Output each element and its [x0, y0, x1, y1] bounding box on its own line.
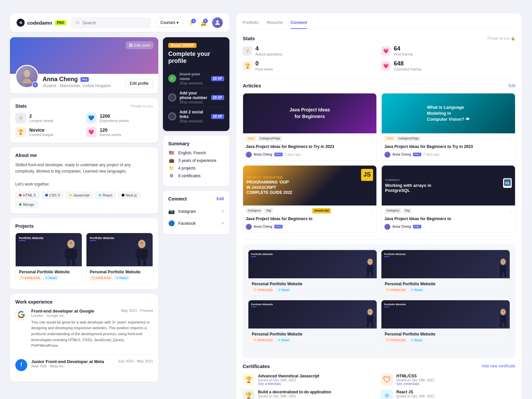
complete-item-3: Add 2 social links 20xp received. 20 XP: [168, 107, 224, 126]
stat-comment-karma: 💗 648 Comment Karma: [381, 60, 515, 71]
article-dots-4[interactable]: ···: [508, 208, 512, 213]
article-tags-row-1: Java Category/Tags ···: [243, 133, 376, 143]
project-card-2[interactable]: Portfolio Website: [86, 233, 153, 284]
svg-rect-12: [137, 249, 147, 259]
user-pro-badge: Pro: [80, 77, 89, 82]
article-tag-tag-4: Tag: [403, 208, 412, 213]
cert-react-link[interactable]: See credentials: [396, 398, 434, 399]
search-input[interactable]: [82, 20, 146, 25]
tab-portfolio[interactable]: Portfolio: [243, 20, 259, 29]
articles-header: Articles Edit: [243, 83, 515, 88]
project-right-4[interactable]: Portfolio Website Perso: [381, 300, 510, 346]
certificates-grid: 🏆 Advanced theoretical Javascript Issued…: [243, 374, 515, 399]
star-icon: 💙: [86, 113, 96, 123]
article-title-3: Java Project Ideas for Beginners to: [243, 215, 376, 224]
user-avatar-nav[interactable]: [212, 17, 223, 28]
projects-right-section: Portfolio Website Perso: [243, 244, 515, 358]
logo-icon: ⚙: [17, 19, 25, 27]
xp-badge-3: 20 XP: [211, 114, 224, 119]
svg-point-3: [24, 70, 30, 77]
svg-point-35: [500, 309, 506, 315]
article-tag-cat-1: Category/Tags: [258, 136, 282, 141]
project-right-info-3: Personal Portfolio Website 🛡 HTML/CSS ⚛ …: [248, 329, 377, 346]
article-thumb-4: Codedamn Working with arrays inPostgreSQ…: [382, 166, 515, 205]
article-date-2: 7 days ago: [423, 153, 440, 156]
article-author-badge-1: PRO: [274, 153, 283, 156]
skills-tags: HTML 5 CSS 3 Javascript React Next.js Mo…: [15, 192, 153, 208]
edit-cover-button[interactable]: 🖼 Edit cover: [126, 41, 154, 49]
project-right-2[interactable]: Portfolio Website Perso: [381, 250, 510, 296]
project-name-1: Personal Portfolio Website: [19, 270, 78, 274]
streak-badge: 5: [32, 81, 39, 88]
tag-htmlcss-2: 🛡 HTML/CSS: [90, 276, 113, 280]
stat-asked-q: ⚡ 4 Asked questions: [243, 45, 377, 56]
svg-point-0: [76, 21, 79, 24]
article-dots-3[interactable]: ···: [370, 208, 374, 213]
courses-button[interactable]: Courses ▾: [156, 18, 183, 27]
article-dots-2[interactable]: ···: [508, 136, 512, 141]
add-certificate-link[interactable]: Add new certificate: [482, 364, 515, 368]
projects-grid: Portfolio Website: [15, 233, 153, 284]
flag-icon: 🇺🇸: [168, 150, 175, 155]
connect-facebook[interactable]: 🔵 Facebook ↗: [168, 217, 224, 229]
svg-rect-26: [500, 265, 507, 272]
connect-edit-link[interactable]: Edit: [216, 197, 224, 201]
project-right-1[interactable]: Portfolio Website Perso: [248, 250, 377, 296]
article-card-4[interactable]: Codedamn Working with arrays inPostgreSQ…: [381, 165, 515, 233]
article-tag-cat-4: Category: [384, 208, 401, 213]
stat-league: 🏆 Novice Current league: [15, 127, 82, 137]
user-name: Anna Cheng Pro: [43, 76, 121, 83]
article-card-2[interactable]: What is LanguageModeling inComputer Visi…: [381, 93, 515, 161]
article-meta-2: Anna Cheng PRO 7 days ago: [382, 152, 515, 160]
article-tags-row-2: Java Category/Tags ···: [382, 133, 515, 143]
project-right-info-2: Personal Portfolio Website 🛡 HTML/CSS ⚛ …: [381, 278, 510, 296]
tag-javascript: Javascript: [66, 192, 93, 199]
article-author-avatar-4: [384, 224, 390, 230]
complete-profile-card: Bonus 1000XP Complete your profile ✓ Ins…: [163, 37, 229, 131]
work-meta: f Junior Front-end Developer at Meta New…: [15, 359, 153, 371]
stat-post-views: 🏆 0 Post views: [243, 60, 377, 71]
connect-instagram[interactable]: 📷 Instagram ↗: [168, 205, 224, 217]
heart-icon-right: 💗: [381, 46, 390, 56]
tag-react: ⚛ React: [43, 276, 59, 280]
article-card-3[interactable]: OBJECT ORIENTED PROGRAMMING 'OOP' IN JAV…: [243, 165, 377, 233]
facebook-icon: 🔵: [168, 220, 175, 226]
article-dots-1[interactable]: ···: [370, 136, 374, 141]
search-box[interactable]: [71, 18, 151, 28]
folder-icon: 📁: [168, 166, 175, 171]
cert-html-link[interactable]: See credentials: [396, 382, 434, 386]
article-card-1[interactable]: Java Project Ideasfor Beginners Java Cat…: [243, 93, 377, 161]
svg-rect-31: [367, 315, 374, 323]
tag-nextjs: Next.js: [118, 192, 141, 199]
cert-js-link[interactable]: See credentials: [258, 382, 319, 386]
tab-content[interactable]: Content: [291, 20, 307, 29]
tag-react: React: [95, 192, 116, 199]
cert-app-link[interactable]: See credentials: [258, 398, 331, 399]
svg-rect-5: [66, 249, 76, 259]
tab-resume[interactable]: Resume: [267, 20, 283, 29]
article-title-1: Java Project Ideas for Beginners to Try …: [243, 143, 376, 152]
articles-edit-link[interactable]: Edit: [508, 83, 515, 88]
article-thumb-1: Java Project Ideasfor Beginners: [243, 93, 376, 133]
svg-rect-6: [65, 249, 67, 258]
js-tag: JavaScript: [312, 208, 331, 213]
project-right-3[interactable]: Portfolio Website Perso: [248, 300, 377, 346]
project-right-info-1: Personal Portfolio Website 🛡 HTML/CSS ⚛ …: [248, 278, 377, 296]
svg-rect-37: [500, 323, 502, 327]
project-person-icon-2: [133, 238, 151, 266]
js-cert-icon: 🏆: [243, 374, 255, 386]
navbar: ⚙ codedamn PRO Courses ▾ ⚡ 2 🔔 5: [10, 13, 229, 32]
trophy-icon: 🏆: [15, 127, 26, 137]
connect-section: Connect Edit 📷 Instagram ↗ 🔵 Facebook ↗: [163, 191, 229, 234]
external-link-icon-2: ↗: [221, 221, 224, 226]
cert-html: 🛡 HTML/CSS Issued on Dec 16th, 2022 See …: [381, 374, 515, 386]
article-author-avatar-2: [384, 152, 390, 158]
svg-rect-33: [371, 323, 373, 327]
project-card-1[interactable]: Portfolio Website: [15, 233, 82, 284]
bell-counter[interactable]: 🔔 5: [200, 20, 207, 26]
xp-badge-1: 20 XP: [211, 76, 224, 81]
stat-post-karma: 💗 64 Post Karma: [381, 45, 515, 56]
project-person-sm-2: [496, 257, 510, 278]
edit-profile-button[interactable]: Edit profile: [125, 79, 153, 88]
right-stats-grid: ⚡ 4 Asked questions 💗 64 Post Karma 🏆 0 …: [243, 45, 515, 71]
